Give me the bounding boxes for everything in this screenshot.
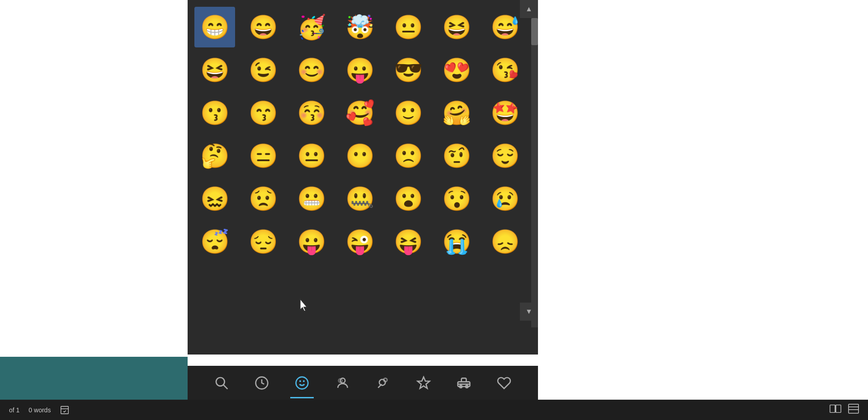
status-bar-right	[830, 404, 859, 416]
emoji-cell[interactable]: 🥳	[291, 7, 332, 47]
emoji-cell[interactable]: 😆	[194, 50, 235, 90]
category-activities-button[interactable]	[490, 368, 519, 397]
svg-line-1	[223, 385, 227, 389]
emoji-cell[interactable]: 🤐	[340, 178, 380, 219]
svg-point-3	[296, 377, 308, 389]
emoji-cell[interactable]: 😊	[291, 50, 332, 90]
emoji-cell[interactable]: 😖	[194, 178, 235, 219]
scroll-down-button[interactable]: ▼	[520, 303, 538, 321]
emoji-cell[interactable]: 🤯	[340, 7, 380, 47]
category-people-button[interactable]	[328, 368, 357, 397]
emoji-cell[interactable]: 🤗	[437, 93, 477, 133]
emoji-cell[interactable]: 😢	[485, 178, 526, 219]
emoji-panel: ▲ 😁 😄 🥳 🤯 😐 😆 😅 😆 😉 😊 😛 😎 😍 😘 😗 😙 😚 🥰	[188, 0, 538, 355]
svg-rect-15	[61, 406, 69, 414]
emoji-cell[interactable]: 😎	[388, 50, 429, 90]
emoji-cell[interactable]: 😛	[291, 221, 332, 262]
emoji-cell[interactable]: 😝	[388, 221, 429, 262]
emoji-cell[interactable]: 🥰	[340, 93, 380, 133]
emoji-grid: 😁 😄 🥳 🤯 😐 😆 😅 😆 😉 😊 😛 😎 😍 😘 😗 😙 😚 🥰 🙂 🤗 …	[194, 7, 531, 262]
category-nature-button[interactable]	[368, 368, 398, 397]
emoji-cell[interactable]: 😙	[243, 93, 283, 133]
emoji-cell[interactable]: 😍	[437, 50, 477, 90]
status-bar: of 1 0 words	[0, 400, 868, 420]
emoji-cell[interactable]: 😞	[485, 221, 526, 262]
scrollbar[interactable]	[531, 18, 538, 327]
emoji-cell[interactable]: 😜	[340, 221, 380, 262]
category-recent-button[interactable]	[247, 368, 277, 397]
category-smiley-button[interactable]	[288, 368, 317, 397]
emoji-cell[interactable]: 🙂	[388, 93, 429, 133]
emoji-cell[interactable]: 😐	[388, 7, 429, 47]
emoji-cell[interactable]: 😑	[243, 135, 283, 176]
svg-point-0	[216, 378, 225, 386]
emoji-cell[interactable]: 😆	[437, 7, 477, 47]
category-search-button[interactable]	[207, 368, 236, 397]
page-of-text: of 1	[9, 406, 19, 414]
emoji-cell[interactable]: 😗	[194, 93, 235, 133]
emoji-cell[interactable]: 😛	[340, 50, 380, 90]
emoji-cell[interactable]: 😘	[485, 50, 526, 90]
emoji-cell[interactable]: 😔	[243, 221, 283, 262]
category-bar	[188, 366, 538, 400]
book-view-icon[interactable]	[830, 404, 841, 416]
svg-rect-20	[849, 404, 859, 413]
emoji-cell[interactable]: 🤩	[485, 93, 526, 133]
emoji-cell[interactable]: 🙁	[388, 135, 429, 176]
emoji-cell[interactable]: 😉	[243, 50, 283, 90]
page-info: of 1	[9, 406, 19, 414]
emoji-cell[interactable]: 😴	[194, 221, 235, 262]
svg-rect-18	[836, 405, 841, 413]
emoji-cell[interactable]: 😶	[340, 135, 380, 176]
emoji-cell[interactable]: 😄	[243, 7, 283, 47]
lines-view-icon[interactable]	[848, 404, 859, 416]
emoji-cell[interactable]: 😬	[291, 178, 332, 219]
emoji-cell[interactable]: 😟	[243, 178, 283, 219]
emoji-cell[interactable]: 😮	[388, 178, 429, 219]
emoji-grid-container: 😁 😄 🥳 🤯 😐 😆 😅 😆 😉 😊 😛 😎 😍 😘 😗 😙 😚 🥰 🙂 🤗 …	[188, 0, 538, 355]
emoji-cell[interactable]: 😌	[485, 135, 526, 176]
emoji-cell[interactable]: 🤨	[437, 135, 477, 176]
emoji-cell[interactable]: 😚	[291, 93, 332, 133]
svg-rect-17	[830, 405, 835, 413]
emoji-cell[interactable]: 😐	[291, 135, 332, 176]
emoji-cell[interactable]: 😁	[194, 7, 235, 47]
scrollbar-thumb[interactable]	[531, 18, 538, 45]
svg-marker-11	[417, 377, 429, 388]
svg-point-8	[379, 379, 385, 385]
emoji-cell[interactable]: 😯	[437, 178, 477, 219]
emoji-cell[interactable]: 🤔	[194, 135, 235, 176]
category-travel-button[interactable]	[449, 368, 478, 397]
emoji-cell[interactable]: 😭	[437, 221, 477, 262]
spell-check-icon[interactable]	[60, 405, 70, 415]
category-food-button[interactable]	[409, 368, 438, 397]
svg-point-9	[384, 378, 387, 382]
word-count: 0 words	[28, 406, 51, 414]
scroll-up-button[interactable]: ▲	[520, 0, 538, 18]
